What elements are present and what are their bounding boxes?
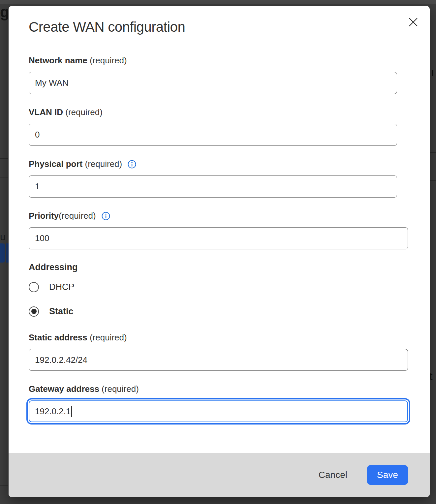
background-text-fragment: g xyxy=(0,0,8,24)
static-address-input[interactable] xyxy=(29,349,408,371)
close-button[interactable] xyxy=(406,15,421,30)
background-table-line xyxy=(0,177,8,177)
background-table-line xyxy=(430,180,436,181)
radio-button-icon[interactable] xyxy=(29,306,39,317)
section-heading-text: Addressing xyxy=(29,262,78,272)
radio-option-static[interactable]: Static xyxy=(29,306,74,317)
vlan-id-input[interactable] xyxy=(29,124,397,146)
addressing-heading: Addressing xyxy=(29,262,78,272)
static-address-label: Static address (required) xyxy=(29,332,408,343)
radio-label: DHCP xyxy=(49,282,75,292)
label-text: Gateway address xyxy=(29,384,99,394)
required-text: (required) xyxy=(59,211,96,221)
dialog-footer: Cancel Save xyxy=(9,453,430,497)
required-text: (required) xyxy=(87,332,127,343)
required-text: (required) xyxy=(63,107,103,117)
vlan-id-group: VLAN ID (required) xyxy=(29,107,397,146)
background-table-line xyxy=(0,158,8,159)
required-text: (required) xyxy=(99,384,139,394)
vlan-id-label: VLAN ID (required) xyxy=(29,107,397,117)
label-text: Physical port xyxy=(29,159,82,169)
background-top-band xyxy=(0,0,436,4)
physical-port-group: Physical port (required) xyxy=(29,159,397,198)
background-table-line xyxy=(430,152,436,153)
label-text: VLAN ID xyxy=(29,107,63,117)
static-address-group: Static address (required) xyxy=(29,332,408,371)
physical-port-label: Physical port (required) xyxy=(29,159,397,169)
priority-label: Priority(required) xyxy=(29,211,408,221)
background-button-fragment xyxy=(6,243,9,263)
close-icon xyxy=(408,17,418,27)
required-text: (required) xyxy=(87,55,127,66)
text-caret xyxy=(71,406,72,417)
physical-port-input[interactable] xyxy=(29,175,397,198)
background-text-fragment: u xyxy=(0,230,7,243)
create-wan-dialog: Create WAN configuration Network name (r… xyxy=(9,6,430,497)
save-button[interactable]: Save xyxy=(367,465,408,485)
background-text-fragment: t xyxy=(429,369,436,383)
gateway-address-group: Gateway address (required) 192.0.2.1 xyxy=(29,384,408,422)
dialog-title: Create WAN configuration xyxy=(29,18,185,36)
priority-group: Priority(required) xyxy=(29,211,408,249)
network-name-group: Network name (required) xyxy=(29,55,397,94)
radio-button-icon[interactable] xyxy=(29,282,39,292)
required-text: (required) xyxy=(82,159,122,169)
gateway-address-input[interactable]: 192.0.2.1 xyxy=(29,400,408,422)
radio-option-dhcp[interactable]: DHCP xyxy=(29,282,75,292)
network-name-input[interactable] xyxy=(29,72,397,94)
background-text-fragment: t l xyxy=(429,68,436,79)
cancel-button[interactable]: Cancel xyxy=(315,467,351,483)
info-icon[interactable] xyxy=(127,160,137,169)
gateway-address-label: Gateway address (required) xyxy=(29,384,408,394)
label-text: Priority xyxy=(29,211,59,221)
background-table-line xyxy=(0,485,8,486)
info-icon[interactable] xyxy=(101,211,110,221)
label-text: Static address xyxy=(29,332,87,343)
screen-overlay: g u t l t Create WAN configuration Netwo… xyxy=(0,0,436,504)
gateway-address-value: 192.0.2.1 xyxy=(35,406,71,417)
background-button-fragment xyxy=(0,243,5,263)
network-name-label: Network name (required) xyxy=(29,55,397,66)
priority-input[interactable] xyxy=(29,227,408,249)
label-text: Network name xyxy=(29,55,87,66)
radio-label: Static xyxy=(49,306,74,317)
